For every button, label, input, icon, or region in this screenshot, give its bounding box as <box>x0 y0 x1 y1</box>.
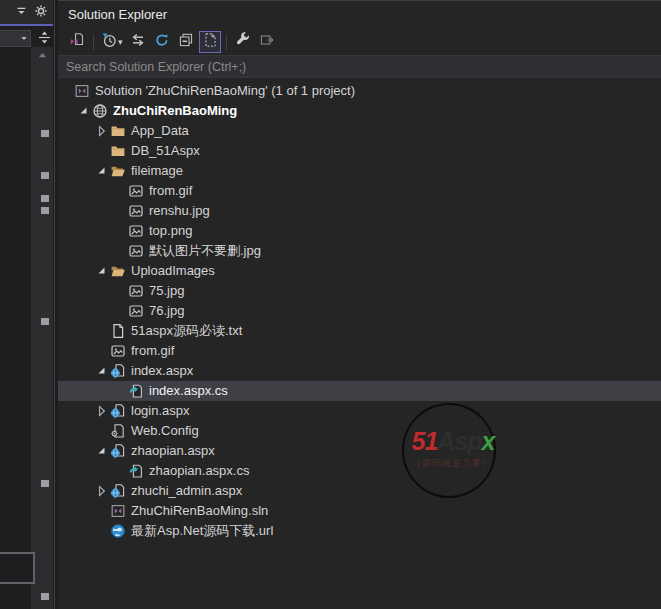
aspx-icon <box>110 363 126 379</box>
split-window-button[interactable] <box>35 30 53 48</box>
tree-item[interactable]: from.gif <box>58 181 661 201</box>
twisty-spacer <box>94 343 110 359</box>
aspx-icon <box>110 483 126 499</box>
scrollbar-mark <box>41 195 49 202</box>
scrollbar-mark <box>41 480 49 487</box>
search-row <box>58 55 661 79</box>
collapse-all-icon <box>178 32 194 51</box>
vs-page-icon <box>69 32 85 51</box>
expander-open-icon[interactable] <box>94 263 110 279</box>
rail-toolbar <box>0 0 53 24</box>
tree-item-label: 51aspx源码必读.txt <box>131 321 242 341</box>
tree-item[interactable]: Web.Config <box>58 421 661 441</box>
folder-closed-icon <box>110 143 126 159</box>
tree-item-label: 76.jpg <box>149 301 184 321</box>
tree-item[interactable]: index.aspx.cs <box>58 381 661 401</box>
image-icon <box>128 223 144 239</box>
tree-item[interactable]: Solution 'ZhuChiRenBaoMing' (1 of 1 proj… <box>58 81 661 101</box>
image-icon <box>128 283 144 299</box>
tree-item[interactable]: zhuchi_admin.aspx <box>58 481 661 501</box>
tree-item[interactable]: login.aspx <box>58 401 661 421</box>
tree-item[interactable]: UploadImages <box>58 261 661 281</box>
expander-open-icon[interactable] <box>94 163 110 179</box>
toolbar-separator <box>226 34 227 50</box>
tree-item-label: zhuchi_admin.aspx <box>131 481 242 501</box>
tree-item[interactable]: zhaopian.aspx <box>58 441 661 461</box>
twisty-spacer <box>112 183 128 199</box>
tree-item[interactable]: 最新Asp.Net源码下载.url <box>58 521 661 541</box>
scroll-up-icon <box>36 49 49 65</box>
tree-item-label: ZhuChiRenBaoMing <box>113 101 237 121</box>
tree-item[interactable]: fileimage <box>58 161 661 181</box>
editor-scrollbar[interactable] <box>31 47 53 609</box>
show-all-files-button[interactable] <box>199 31 221 53</box>
navigation-dropdown[interactable] <box>0 30 31 47</box>
tree-item[interactable]: 51aspx源码必读.txt <box>58 321 661 341</box>
split-icon <box>37 30 52 48</box>
tree-item-label: renshu.jpg <box>149 201 210 221</box>
tree-item[interactable]: top.png <box>58 221 661 241</box>
image-icon <box>110 343 126 359</box>
toolbar-separator <box>93 34 94 50</box>
scroll-up-button[interactable] <box>34 50 50 64</box>
tree-item[interactable]: DB_51Aspx <box>58 141 661 161</box>
tree-item[interactable]: ZhuChiRenBaoMing.sln <box>58 501 661 521</box>
gear-icon <box>34 4 48 21</box>
tree-item[interactable]: 默认图片不要删.jpg <box>58 241 661 261</box>
tree-item-label: 最新Asp.Net源码下载.url <box>131 521 273 541</box>
wrench-icon <box>235 32 251 51</box>
expander-open-icon[interactable] <box>76 103 92 119</box>
show-all-files-icon <box>202 32 218 51</box>
editor-corner-box <box>0 552 35 584</box>
accent-underline <box>0 24 53 26</box>
refresh-button[interactable] <box>151 31 173 53</box>
scrollbar-mark <box>41 318 49 325</box>
preview-selected-items-button[interactable] <box>256 31 278 53</box>
folder-open-icon <box>110 163 126 179</box>
solution-explorer-toolbar: ▾ <box>58 28 661 55</box>
solution-icon <box>74 83 90 99</box>
twisty-spacer <box>112 303 128 319</box>
tree-item-label: Solution 'ZhuChiRenBaoMing' (1 of 1 proj… <box>95 81 355 101</box>
tree-item-label: 默认图片不要删.jpg <box>149 241 261 261</box>
expander-collapsed-icon[interactable] <box>94 483 110 499</box>
collapse-all-button[interactable] <box>175 31 197 53</box>
tree-item[interactable]: renshu.jpg <box>58 201 661 221</box>
properties-button[interactable] <box>232 31 254 53</box>
panel-title: Solution Explorer <box>58 1 661 28</box>
twisty-spacer <box>94 423 110 439</box>
sync-with-active-document-button[interactable] <box>127 31 149 53</box>
tree-item-label: UploadImages <box>131 261 215 281</box>
tree-item-label: 75.jpg <box>149 281 184 301</box>
tree-item[interactable]: 76.jpg <box>58 301 661 321</box>
text-file-icon <box>110 323 126 339</box>
twisty-spacer <box>112 383 128 399</box>
search-input[interactable] <box>58 55 661 78</box>
tree-item[interactable]: ZhuChiRenBaoMing <box>58 101 661 121</box>
switch-views-button[interactable] <box>66 31 88 53</box>
expander-open-icon[interactable] <box>94 443 110 459</box>
pending-changes-filter-button[interactable]: ▾ <box>99 31 125 53</box>
tree-item[interactable]: index.aspx <box>58 361 661 381</box>
config-icon <box>110 423 126 439</box>
globe-project-icon <box>92 103 108 119</box>
panel-divider <box>54 0 55 609</box>
tree-item[interactable]: zhaopian.aspx.cs <box>58 461 661 481</box>
tree-item-label: DB_51Aspx <box>131 141 200 161</box>
tree-item[interactable]: App_Data <box>58 121 661 141</box>
window-position-button[interactable] <box>12 3 30 21</box>
tree-item-label: index.aspx.cs <box>149 381 228 401</box>
chevron-down-icon <box>18 30 30 48</box>
chevron-down-icon: ▾ <box>118 37 123 47</box>
aspx-icon <box>110 443 126 459</box>
tree-item-label: top.png <box>149 221 192 241</box>
tree-item-label: from.gif <box>131 341 174 361</box>
tree-item[interactable]: 75.jpg <box>58 281 661 301</box>
expander-collapsed-icon[interactable] <box>94 403 110 419</box>
tree-item[interactable]: from.gif <box>58 341 661 361</box>
folder-closed-icon <box>110 123 126 139</box>
image-icon <box>128 203 144 219</box>
settings-button[interactable] <box>32 3 50 21</box>
expander-collapsed-icon[interactable] <box>94 123 110 139</box>
expander-open-icon[interactable] <box>94 363 110 379</box>
